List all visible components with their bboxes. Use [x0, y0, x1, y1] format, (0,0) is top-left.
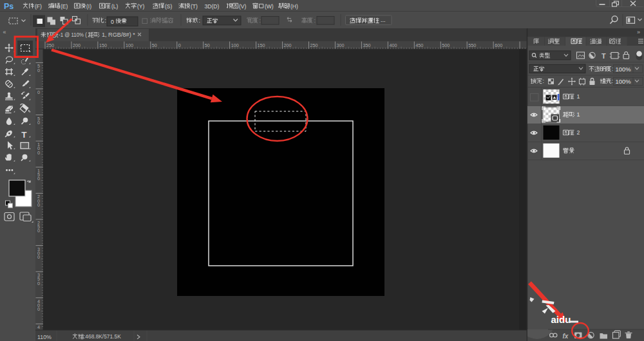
svg-text:3D(D): 3D(D) — [205, 3, 220, 10]
svg-text::: : — [198, 17, 200, 24]
svg-text::468.8K/571.5K: :468.8K/571.5K — [84, 333, 121, 340]
svg-text:0: 0 — [37, 306, 40, 312]
svg-text:(S): (S) — [165, 3, 173, 10]
svg-text:0: 0 — [37, 228, 40, 234]
svg-text:(F): (F) — [35, 3, 42, 10]
svg-text:110%: 110% — [37, 334, 52, 340]
svg-text:(L): (L) — [111, 3, 118, 10]
svg-text:1: 1 — [576, 93, 580, 100]
svg-text:0: 0 — [37, 150, 40, 156]
svg-text:100%: 100% — [616, 66, 631, 73]
svg-text:0: 0 — [37, 176, 40, 181]
svg-text:0: 0 — [37, 120, 40, 125]
svg-text:0: 0 — [111, 19, 114, 25]
svg-text:-1 @ 110% (: -1 @ 110% ( — [59, 32, 87, 38]
svg-text:(T): (T) — [191, 3, 198, 10]
svg-text::: : — [104, 17, 106, 24]
svg-text::: : — [259, 17, 261, 24]
svg-text:1: 1 — [576, 111, 580, 118]
svg-text:(V): (V) — [239, 3, 247, 10]
svg-text:T: T — [601, 52, 606, 60]
svg-text:(E): (E) — [61, 3, 68, 10]
svg-text:2: 2 — [576, 129, 580, 136]
svg-text:...: ... — [381, 17, 386, 23]
svg-text:(Y): (Y) — [137, 3, 145, 10]
svg-text:0: 0 — [37, 254, 40, 260]
svg-text:0: 0 — [37, 68, 40, 73]
svg-text:1, RGB/8#) *: 1, RGB/8#) * — [102, 32, 136, 38]
svg-text:(W): (W) — [265, 3, 274, 10]
svg-text:(H): (H) — [290, 3, 298, 10]
svg-text:aidu: aidu — [551, 314, 571, 325]
svg-text:fx: fx — [563, 333, 569, 340]
svg-text::: : — [543, 78, 544, 84]
svg-text:»: » — [637, 29, 640, 35]
svg-text:0: 0 — [37, 281, 40, 286]
svg-text:0: 0 — [37, 202, 40, 208]
svg-text:50: 50 — [152, 42, 157, 48]
svg-text:50: 50 — [205, 42, 210, 48]
svg-text:100%: 100% — [616, 78, 631, 85]
svg-text:«: « — [3, 29, 6, 35]
svg-text:T: T — [21, 130, 27, 140]
svg-text:(I): (I) — [86, 3, 91, 10]
svg-text:0: 0 — [37, 89, 40, 95]
svg-text::: : — [314, 17, 316, 24]
svg-text:Ps: Ps — [4, 2, 14, 11]
